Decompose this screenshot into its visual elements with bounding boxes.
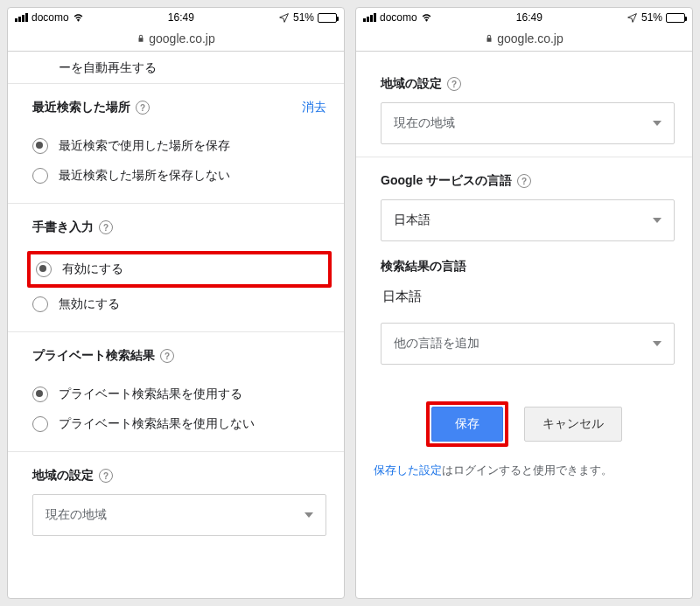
save-button[interactable]: 保存 bbox=[431, 407, 503, 442]
region-select[interactable]: 現在の地域 bbox=[32, 494, 326, 536]
recent-places-section: 最近検索した場所 ? 消去 最近検索で使用した場所を保存 最近検索した場所を保存… bbox=[8, 83, 344, 203]
button-row: 保存 キャンセル bbox=[356, 377, 692, 457]
chevron-down-icon bbox=[304, 512, 313, 518]
phone-right: docomo 16:49 51% google.co.jp 地域の設定 ? 現在… bbox=[355, 7, 693, 599]
battery-icon bbox=[318, 13, 337, 23]
battery-pct: 51% bbox=[293, 11, 314, 24]
location-icon bbox=[626, 12, 638, 24]
highlight-save: 保存 bbox=[426, 401, 508, 447]
help-icon[interactable]: ? bbox=[99, 469, 113, 483]
region-select[interactable]: 現在の地域 bbox=[381, 102, 675, 144]
handwriting-section: 手書き入力 ? 有効にする 無効にする bbox=[8, 203, 344, 331]
radio-icon bbox=[32, 168, 48, 184]
footnote-text: はログインすると使用できます。 bbox=[442, 463, 612, 477]
radio-icon bbox=[36, 261, 52, 277]
carrier-label: docomo bbox=[32, 11, 69, 24]
region-title: 地域の設定 bbox=[32, 468, 94, 484]
handwriting-disable-radio[interactable]: 無効にする bbox=[32, 289, 326, 319]
help-icon[interactable]: ? bbox=[160, 349, 174, 363]
highlight-enable: 有効にする bbox=[27, 251, 332, 288]
add-language-select[interactable]: 他の言語を追加 bbox=[381, 323, 675, 365]
region-section: 地域の設定 ? 現在の地域 bbox=[8, 451, 344, 540]
signal-icon bbox=[363, 13, 376, 22]
url-bar[interactable]: google.co.jp bbox=[356, 25, 692, 52]
result-language-value: 日本語 bbox=[381, 285, 675, 319]
handwriting-title: 手書き入力 bbox=[32, 219, 94, 235]
service-language-title: Google サービスの言語 bbox=[381, 173, 512, 189]
battery-pct: 51% bbox=[641, 11, 662, 24]
clear-link[interactable]: 消去 bbox=[302, 100, 326, 115]
radio-icon bbox=[32, 296, 48, 312]
lock-icon bbox=[485, 33, 494, 44]
url-text: google.co.jp bbox=[149, 31, 215, 45]
add-language-label: 他の言語を追加 bbox=[394, 336, 480, 352]
phone-left: docomo 16:49 51% google.co.jp ーを自動再生する 最… bbox=[7, 7, 345, 599]
chevron-down-icon bbox=[653, 218, 662, 223]
autoplay-fragment: ーを自動再生する bbox=[8, 52, 344, 83]
radio-icon bbox=[32, 416, 48, 432]
radio-icon bbox=[32, 387, 48, 402]
lock-icon bbox=[136, 33, 145, 44]
url-text: google.co.jp bbox=[497, 31, 564, 45]
result-language-title: 検索結果の言語 bbox=[381, 259, 466, 275]
clock: 16:49 bbox=[168, 11, 194, 24]
region-title: 地域の設定 bbox=[381, 76, 442, 92]
region-section: 地域の設定 ? 現在の地域 bbox=[356, 60, 692, 157]
wifi-icon bbox=[421, 12, 432, 24]
help-icon[interactable]: ? bbox=[99, 220, 113, 234]
private-nouse-radio[interactable]: プライベート検索結果を使用しない bbox=[32, 409, 326, 439]
help-icon[interactable]: ? bbox=[517, 174, 531, 188]
wifi-icon bbox=[73, 12, 84, 24]
carrier-label: docomo bbox=[380, 11, 417, 24]
recent-places-title: 最近検索した場所 bbox=[32, 100, 130, 115]
private-use-label: プライベート検索結果を使用する bbox=[59, 387, 242, 402]
status-bar: docomo 16:49 51% bbox=[8, 8, 344, 25]
recent-save-label: 最近検索で使用した場所を保存 bbox=[59, 138, 230, 154]
recent-save-radio[interactable]: 最近検索で使用した場所を保存 bbox=[32, 131, 326, 161]
url-bar[interactable]: google.co.jp bbox=[8, 25, 344, 52]
service-language-value: 日本語 bbox=[394, 212, 430, 228]
handwriting-disable-label: 無効にする bbox=[59, 296, 120, 312]
chevron-down-icon bbox=[653, 121, 662, 126]
help-icon[interactable]: ? bbox=[447, 77, 461, 91]
service-language-select[interactable]: 日本語 bbox=[381, 199, 675, 241]
cancel-button[interactable]: キャンセル bbox=[524, 407, 622, 442]
region-value: 現在の地域 bbox=[46, 507, 107, 523]
chevron-down-icon bbox=[653, 341, 662, 346]
radio-icon bbox=[32, 138, 48, 154]
region-value: 現在の地域 bbox=[394, 115, 455, 131]
help-icon[interactable]: ? bbox=[136, 101, 150, 115]
saved-settings-link[interactable]: 保存した設定 bbox=[374, 463, 442, 477]
settings-content-left: ーを自動再生する 最近検索した場所 ? 消去 最近検索で使用した場所を保存 最近… bbox=[8, 52, 344, 598]
location-icon bbox=[278, 12, 290, 24]
private-results-title: プライベート検索結果 bbox=[32, 348, 155, 364]
recent-nosave-radio[interactable]: 最近検索した場所を保存しない bbox=[32, 161, 326, 191]
private-results-section: プライベート検索結果 ? プライベート検索結果を使用する プライベート検索結果を… bbox=[8, 331, 344, 451]
recent-nosave-label: 最近検索した場所を保存しない bbox=[59, 168, 230, 184]
result-language-section: 検索結果の言語 日本語 他の言語を追加 bbox=[356, 254, 692, 377]
status-bar: docomo 16:49 51% bbox=[356, 8, 692, 25]
settings-content-right: 地域の設定 ? 現在の地域 Google サービスの言語 ? 日本語 bbox=[356, 52, 692, 598]
service-language-section: Google サービスの言語 ? 日本語 bbox=[356, 157, 692, 254]
private-nouse-label: プライベート検索結果を使用しない bbox=[59, 416, 255, 432]
battery-icon bbox=[666, 13, 685, 23]
handwriting-enable-radio[interactable]: 有効にする bbox=[36, 258, 323, 281]
clock: 16:49 bbox=[516, 11, 542, 24]
footnote: 保存した設定はログインすると使用できます。 bbox=[356, 457, 692, 478]
handwriting-enable-label: 有効にする bbox=[62, 261, 123, 277]
private-use-radio[interactable]: プライベート検索結果を使用する bbox=[32, 380, 326, 409]
signal-icon bbox=[15, 13, 28, 22]
